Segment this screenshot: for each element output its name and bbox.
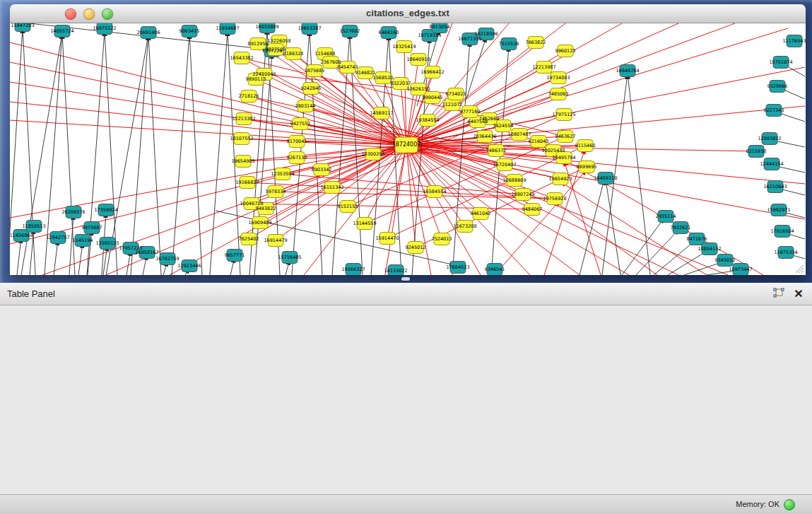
graph-node-label: 13226058 bbox=[267, 38, 290, 44]
graph-node-label: 10653287 bbox=[298, 25, 321, 31]
graph-node-label: 12923446 bbox=[177, 263, 201, 269]
status-bar: Memory: OK bbox=[0, 494, 812, 514]
graph-node-label: 8471676 bbox=[687, 236, 707, 242]
graph-node-label: 19734093 bbox=[546, 75, 570, 81]
graph-node-label: 9345012 bbox=[715, 257, 736, 263]
graph-node-label: 17684523 bbox=[446, 264, 469, 270]
graph-node-label: 1568520 bbox=[373, 75, 394, 81]
graph-node-label: 8454743 bbox=[338, 64, 358, 70]
graph-node-label: 16958167 bbox=[135, 250, 158, 255]
graph-node-label: 9152155 bbox=[338, 204, 358, 209]
split-pane-handle[interactable] bbox=[401, 277, 410, 281]
memory-ok-indicator bbox=[784, 499, 795, 510]
graph-node-label: 6734023 bbox=[446, 91, 466, 97]
graph-node-label: 6466160 bbox=[379, 30, 399, 35]
graph-node-label: 18724007 bbox=[392, 141, 421, 148]
graph-node-label: 9657771 bbox=[225, 252, 245, 258]
desktop-background: citations_edges.txt 11847203140557241687… bbox=[0, 0, 812, 283]
graph-node-label: 12444154 bbox=[760, 161, 783, 167]
graph-node-label: 6216043 bbox=[529, 139, 549, 144]
graph-node-label: 1121072 bbox=[442, 102, 463, 107]
graph-node-label: 15992971 bbox=[767, 207, 790, 213]
graph-node-label: 17016504 bbox=[770, 228, 794, 234]
graph-node-label: 17359924 bbox=[94, 207, 117, 213]
graph-node-label: 7515526 bbox=[499, 41, 519, 47]
graph-node-label: 9170041 bbox=[287, 139, 307, 144]
graph-node-label: 16782759 bbox=[155, 256, 179, 262]
close-panel-icon[interactable]: ✕ bbox=[792, 287, 806, 301]
graph-node-label: 1154688 bbox=[315, 51, 336, 57]
graph-node-label: 9346541 bbox=[485, 267, 505, 272]
network-canvas[interactable]: 1184720314055724168751222069140690634151… bbox=[10, 23, 806, 275]
graph-node-label: 19218596 bbox=[474, 31, 498, 37]
graph-node-label: 11456869 bbox=[10, 233, 33, 238]
graph-node-label: 9699695 bbox=[577, 164, 597, 170]
graph-node-label: 18640910 bbox=[406, 57, 430, 62]
table-panel-title: Table Panel bbox=[7, 288, 55, 299]
graph-node-label: 19166827 bbox=[235, 180, 259, 185]
graph-node-label: 9990445 bbox=[423, 95, 443, 100]
network-window-titlebar[interactable]: citations_edges.txt bbox=[10, 4, 806, 23]
graph-node-label: 11934687 bbox=[216, 25, 239, 31]
network-window: citations_edges.txt 11847203140557241687… bbox=[10, 4, 806, 275]
graph-node-label: 20206576 bbox=[61, 209, 85, 215]
graph-node-label: 9463627 bbox=[555, 134, 576, 139]
graph-node-label: 9329966 bbox=[767, 83, 788, 89]
graph-node-label: 13626150 bbox=[406, 86, 430, 92]
graph-node-label: 2803144 bbox=[295, 103, 316, 109]
graph-node-label: 8215938 bbox=[746, 148, 767, 154]
graph-node-label: 9493822 bbox=[256, 206, 276, 211]
graph-node-label: 13505135 bbox=[95, 240, 119, 246]
graph-node-label: 16671355 bbox=[458, 36, 481, 42]
graph-node-label: 18300295 bbox=[361, 151, 384, 157]
table-panel: Table Panel ✕ bbox=[0, 283, 812, 514]
graph-node-label: 10688609 bbox=[502, 177, 526, 183]
graph-node-label: 16033809 bbox=[255, 24, 278, 30]
graph-node-label: 12213987 bbox=[532, 64, 555, 70]
graph-node-label: 16151342 bbox=[320, 185, 343, 190]
graph-node-label: 15584554 bbox=[423, 189, 446, 194]
window-resize-grip-icon[interactable] bbox=[793, 262, 804, 274]
graph-node-label: 9484067 bbox=[522, 206, 543, 212]
graph-node-label: 2935114 bbox=[656, 214, 676, 219]
graph-node-label: 20691406 bbox=[136, 30, 160, 35]
table-panel-titlebar: Table Panel ✕ bbox=[0, 283, 812, 305]
graph-node-label: 16909489 bbox=[248, 220, 271, 226]
network-view[interactable]: 1184720314055724168751222069140690634151… bbox=[10, 23, 806, 275]
graph-node-label: 18107552 bbox=[230, 136, 253, 141]
graph-node-label: 14569117 bbox=[370, 110, 393, 116]
graph-node-label: 8912954 bbox=[248, 41, 269, 47]
graph-node-label: 12213382 bbox=[232, 116, 255, 122]
graph-node-label: 9975887 bbox=[82, 225, 102, 230]
graph-node-label: 9245012 bbox=[406, 245, 426, 250]
graph-node-label: 10854112 bbox=[698, 246, 721, 252]
graph-node-label: 14133022 bbox=[384, 268, 407, 274]
graph-node-label: 10025438 bbox=[541, 148, 565, 153]
graph-node-label: 7485063 bbox=[548, 91, 569, 97]
graph-node-label: 9115460 bbox=[575, 143, 596, 148]
graph-node-label: 2718126 bbox=[239, 93, 259, 99]
graph-node-label: 6497568 bbox=[468, 119, 488, 124]
graph-node-label: 7663822 bbox=[526, 40, 546, 45]
graph-node-label: 11850513 bbox=[22, 223, 45, 229]
graph-node-label: 9063415 bbox=[180, 28, 200, 34]
graph-node-label: 16966412 bbox=[420, 69, 444, 75]
graph-node-label: 19654985 bbox=[231, 158, 254, 164]
graph-node-label: 8813054 bbox=[430, 24, 450, 30]
graph-node-label: 16648784 bbox=[616, 68, 639, 74]
float-panel-icon[interactable] bbox=[772, 287, 786, 301]
graph-node-label: 16720407 bbox=[493, 162, 516, 168]
graph-node-label: 17975125 bbox=[552, 112, 575, 117]
graph-node-label: 11675334 bbox=[774, 250, 797, 255]
graph-node-label: 19654923 bbox=[548, 176, 572, 182]
graph-node-label: 13144559 bbox=[353, 221, 376, 226]
graph-node-label: 10719185 bbox=[418, 33, 441, 38]
graph-node-label: 7486372 bbox=[486, 148, 507, 153]
graph-node-label: 16409110 bbox=[594, 175, 617, 181]
graph-node-label: 16875122 bbox=[93, 25, 116, 31]
graph-node-label: 18325419 bbox=[392, 44, 416, 49]
network-window-title: citations_edges.txt bbox=[10, 8, 806, 18]
graph-node-label: 12942757 bbox=[46, 235, 69, 240]
graph-node-label: 5978334 bbox=[266, 189, 286, 194]
graph-node-label: 16543382 bbox=[230, 55, 253, 61]
